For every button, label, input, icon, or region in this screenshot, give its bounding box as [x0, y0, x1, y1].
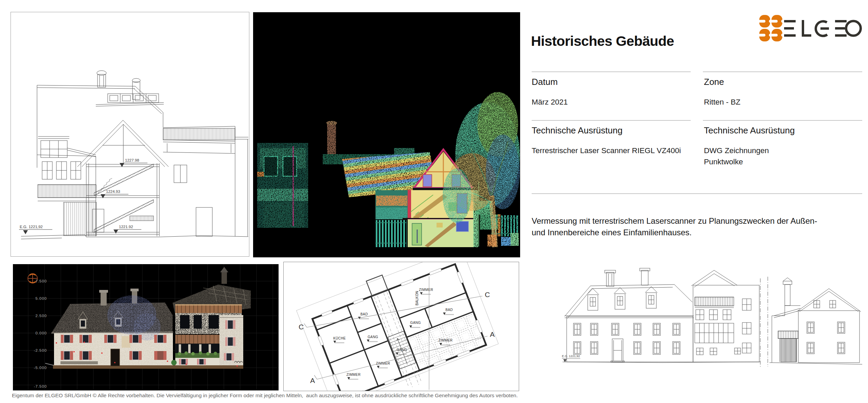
scale-label-5: -5.000	[34, 366, 47, 370]
elevation-label-ground: 1221.92	[119, 225, 133, 229]
elgeo-logo-icon	[759, 15, 782, 41]
room-label-kueche: KÜCHE	[333, 336, 346, 340]
divider-datum	[532, 72, 691, 72]
logo-icon-shapes	[759, 15, 782, 41]
floorplan-svg: KÜCHE BAD GANG ZIMMER ZIMMER	[284, 262, 519, 391]
elgeo-logo-wordmark: ELGEO	[784, 20, 862, 37]
section-letter-a-left: A	[310, 377, 315, 384]
field-value-datum: März 2021	[532, 98, 568, 107]
field-label-ausruestung: Technische Ausrüstung	[532, 125, 622, 136]
scale-label-6: -7.500	[34, 384, 47, 388]
field-value-ausruestung: Terrestrischer Laser Scanner RIEGL VZ400…	[532, 146, 681, 155]
section-drawing-svg: 1227.98 1224.93 1221.92 E.G. 1221,92	[11, 12, 249, 256]
scale-label-4: -2.500	[34, 348, 47, 352]
divider-output	[703, 120, 862, 121]
scale-label-0: 7.500	[35, 279, 47, 283]
panel-pointcloud-elevation: 7.500 5.000 2.500 0.000 -2.500 -5.000 -7…	[13, 264, 279, 390]
elevation-front	[563, 268, 760, 367]
eg-label-text: E.G. 1221,92	[562, 354, 580, 358]
room-label-gang-l: GANG	[368, 335, 378, 339]
scale-label-1: 5.000	[35, 296, 47, 300]
room-label-zimmer-bl: ZIMMER	[347, 373, 361, 377]
elevation-side	[768, 277, 862, 367]
field-value-output-1: DWG Zeichnungen	[704, 146, 769, 155]
description-line-1: Vermessung mit terrestrischem Laserscann…	[532, 215, 817, 227]
field-label-zone: Zone	[704, 77, 724, 87]
field-label-output: Technische Ausrüstung	[704, 125, 795, 136]
footer-copyright: Eigentum der ELGEO SRL/GmbH © Alle Recht…	[12, 392, 518, 399]
logo-letters	[784, 20, 861, 37]
panel-pointcloud-section	[253, 12, 520, 257]
field-value-zone: Ritten - BZ	[704, 98, 741, 107]
pointcloud-elevation-svg: 7.500 5.000 2.500 0.000 -2.500 -5.000 -7…	[13, 264, 279, 390]
room-label-gang-c: GANG	[396, 348, 407, 352]
floorplan-rotated-group: KÜCHE BAD GANG ZIMMER ZIMMER	[296, 262, 502, 391]
section-letter-a-right: A	[490, 330, 495, 338]
room-label-zimmer-tr: ZIMMER	[419, 288, 433, 292]
section-letter-c-left: C	[299, 323, 304, 331]
elevation-label-attic: 1227.98	[125, 158, 139, 162]
section-linework	[21, 71, 248, 239]
elevation-label-eg: E.G. 1221,92	[20, 225, 43, 229]
divider-ausruestung	[532, 120, 691, 121]
room-label-zimmer-bm: ZIMMER	[376, 362, 390, 365]
section-letter-c-right: C	[485, 291, 490, 298]
room-label-balkon: BALKON	[415, 291, 419, 306]
room-label-bad-l: BAD	[360, 312, 368, 316]
elevations-svg: E.G. 1221,92	[561, 265, 865, 377]
elevation-label-first: 1224.93	[106, 189, 120, 194]
pointcloud-neighbour-facade	[257, 143, 308, 228]
elevation-eg-label: E.G. 1221,92	[562, 354, 580, 362]
panel-floorplan: KÜCHE BAD GANG ZIMMER ZIMMER	[283, 262, 519, 391]
divider-description	[532, 194, 862, 194]
field-value-output-2: Punktwolke	[704, 158, 743, 166]
divider-zone	[703, 72, 862, 72]
page-title: Historisches Gebäude	[531, 33, 674, 49]
description-line-2: und Innenbereiche eines Einfamilienhause…	[532, 227, 692, 238]
scale-label-2: 2.500	[35, 314, 47, 318]
scale-label-3: 0.000	[35, 331, 47, 335]
room-label-bad-r: BAD	[445, 308, 453, 312]
room-label-gang-r: GANG	[410, 321, 421, 325]
room-label-zimmer-big: ZIMMER	[439, 338, 453, 342]
panel-section-drawing: 1227.98 1224.93 1221.92 E.G. 1221,92	[11, 12, 249, 257]
pointcloud-section-svg	[253, 12, 520, 257]
panel-elevation-drawings: E.G. 1221,92	[561, 265, 865, 377]
field-label-datum: Datum	[532, 77, 558, 87]
